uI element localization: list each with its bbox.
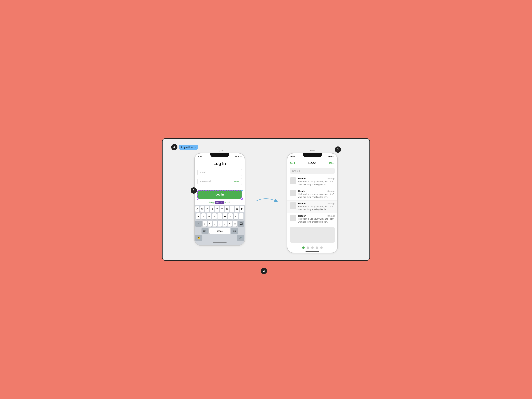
filter-button[interactable]: Filter	[329, 162, 335, 165]
left-status-icons: ▪▪▪ ≋ ▬	[235, 155, 241, 158]
key-w[interactable]: W	[200, 206, 204, 212]
feed-item-name-3: Header	[298, 215, 306, 217]
feed-item-time-2: 8m ago	[328, 202, 335, 205]
key-mic[interactable]: 🎤	[237, 235, 244, 241]
feed-item-time-0: 8m ago	[328, 177, 335, 180]
main-container: 4 Login flow ▷ Log In 9:41 ▪▪▪ ≋ ▬	[162, 138, 370, 260]
feed-item-header-2: Header 8m ago	[298, 202, 335, 205]
key-l[interactable]: L	[239, 213, 243, 219]
feed-item-content-0: Header 8m ago He'll want to use your yac…	[298, 177, 335, 186]
feed-dot-0[interactable]	[302, 247, 305, 249]
key-space[interactable]: space	[209, 228, 230, 234]
feed-avatar-1	[290, 190, 296, 196]
key-a[interactable]: A	[196, 213, 201, 219]
feed-item-body-2: He'll want to use your yacht, and I don'…	[298, 205, 335, 211]
left-phone: 9:41 ▪▪▪ ≋ ▬ Log In Email Password	[194, 153, 245, 246]
key-k[interactable]: K	[234, 213, 238, 219]
key-j[interactable]: J	[228, 213, 233, 219]
connection-arrow-svg	[256, 196, 276, 206]
key-p[interactable]: P	[240, 206, 244, 212]
home-bar-area	[195, 242, 244, 244]
key-r[interactable]: R	[210, 206, 214, 212]
feed-item-body-3: He'll want to use your yacht, and I don'…	[298, 217, 335, 223]
feed-item-1[interactable]: Header 8m ago He'll want to use your yac…	[287, 188, 337, 201]
key-c[interactable]: C	[213, 221, 217, 227]
key-q[interactable]: Q	[195, 206, 199, 212]
wifi-icon: ≋	[238, 155, 239, 158]
feed-item-name-0: Header	[298, 177, 306, 180]
key-n[interactable]: N	[228, 221, 232, 227]
feed-item-body-0: He'll want to use your yacht, and I don'…	[298, 180, 335, 186]
right-home-bar	[287, 250, 337, 253]
key-i[interactable]: I	[230, 206, 234, 212]
login-content: Log In Email Password Show Log In	[195, 158, 245, 204]
key-d[interactable]: D	[207, 213, 211, 219]
login-button[interactable]: Log In	[197, 190, 242, 199]
key-shift[interactable]: ⇧	[195, 221, 202, 227]
password-field[interactable]: Password Show	[197, 178, 242, 185]
feed-item-time-3: 8m ago	[328, 215, 335, 217]
feed-title: Feed	[305, 160, 319, 167]
key-y[interactable]: Y	[220, 206, 224, 212]
right-phone-wrapper: Feed 9:41 ▪▪▪ ≋ ▬ Back Feed	[287, 149, 338, 253]
kb-row-1: Q W E R T Y U I O P	[195, 206, 244, 212]
key-z[interactable]: Z	[203, 221, 207, 227]
key-g[interactable]: G	[217, 213, 222, 219]
feed-item-name-1: Header	[298, 190, 306, 192]
feed-item-body-1: He'll want to use your yacht, and I don'…	[298, 193, 335, 199]
feed-dot-2[interactable]	[311, 247, 314, 249]
key-e[interactable]: E	[205, 206, 209, 212]
feed-item-0[interactable]: Header 8m ago He'll want to use your yac…	[287, 176, 337, 188]
handle-top-left	[197, 190, 198, 191]
feed-dot-3[interactable]	[316, 247, 318, 249]
kb-row-4: 123 space Go	[195, 228, 244, 234]
key-h[interactable]: H	[223, 213, 227, 219]
battery-icon: ▬	[240, 155, 241, 158]
key-delete[interactable]: ⌫	[238, 221, 244, 227]
key-b[interactable]: B	[222, 221, 227, 227]
key-emoji[interactable]: 🙂	[195, 235, 202, 241]
flow-badge[interactable]: Login flow ▷	[179, 145, 198, 150]
back-button[interactable]: Back	[290, 162, 295, 165]
handle-bottom-right	[241, 198, 243, 200]
feed-avatar-2	[290, 202, 296, 209]
show-password-button[interactable]: Show	[234, 180, 239, 183]
feed-dot-4[interactable]	[320, 247, 323, 249]
feed-item-3[interactable]: Header 8m ago He'll want to use your yac…	[287, 213, 337, 225]
feed-dot-1[interactable]	[307, 247, 309, 249]
search-bar[interactable]: Search	[290, 168, 335, 174]
left-notch	[210, 153, 229, 157]
key-t[interactable]: T	[215, 206, 219, 212]
feed-item-2[interactable]: Header 8m ago He'll want to use your yac…	[287, 201, 337, 213]
circle-2: 2	[261, 268, 267, 274]
play-icon[interactable]: ▷	[194, 146, 196, 148]
forgot-password-line: Forgo343 × 51word?	[197, 201, 242, 204]
keyboard[interactable]: Q W E R T Y U I O P A S	[195, 205, 245, 245]
left-phone-wrapper: Log In 9:41 ▪▪▪ ≋ ▬ Log In	[194, 149, 245, 253]
key-s[interactable]: S	[201, 213, 206, 219]
key-go[interactable]: Go	[231, 228, 238, 234]
key-x[interactable]: X	[208, 221, 212, 227]
email-placeholder: Email	[200, 171, 206, 174]
login-button-wrapper: Log In	[197, 190, 242, 199]
key-u[interactable]: U	[225, 206, 229, 212]
handle-top-right	[241, 190, 243, 191]
feed-item-name-2: Header	[298, 202, 306, 205]
email-field[interactable]: Email	[197, 169, 242, 176]
right-notch	[303, 153, 322, 157]
size-badge: 343 × 51	[215, 201, 224, 204]
right-phone: 9:41 ▪▪▪ ≋ ▬ Back Feed Filter Searc	[287, 153, 338, 253]
key-m[interactable]: M	[233, 221, 237, 227]
left-phone-label: Log In	[194, 149, 245, 152]
key-123[interactable]: 123	[202, 228, 209, 234]
right-phone-label: Feed	[287, 149, 338, 152]
key-o[interactable]: O	[235, 206, 239, 212]
key-f[interactable]: F	[212, 213, 217, 219]
key-v[interactable]: V	[218, 221, 222, 227]
feed-item-header-3: Header 8m ago	[298, 215, 335, 217]
forgot-prefix: Forgo	[209, 201, 215, 204]
feed-item-content-2: Header 8m ago He'll want to use your yac…	[298, 202, 335, 211]
password-placeholder: Password	[200, 180, 210, 183]
r-battery-icon: ▬	[332, 155, 334, 158]
feed-nav: Back Feed Filter	[287, 158, 337, 168]
